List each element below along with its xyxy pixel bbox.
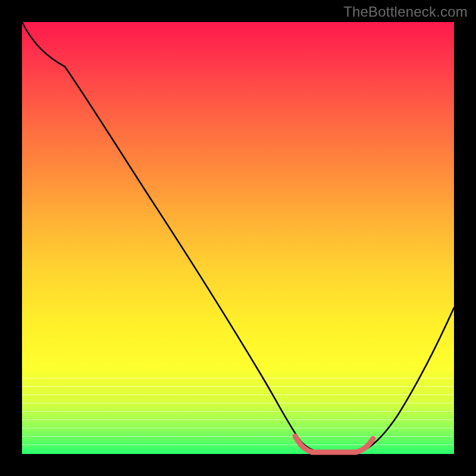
plot-area — [22, 22, 454, 454]
optimal-range-marker — [295, 436, 373, 452]
curve-path — [22, 22, 454, 453]
chart-frame: TheBottleneck.com — [0, 0, 476, 476]
watermark-text: TheBottleneck.com — [343, 4, 468, 20]
bottleneck-curve — [22, 22, 454, 454]
